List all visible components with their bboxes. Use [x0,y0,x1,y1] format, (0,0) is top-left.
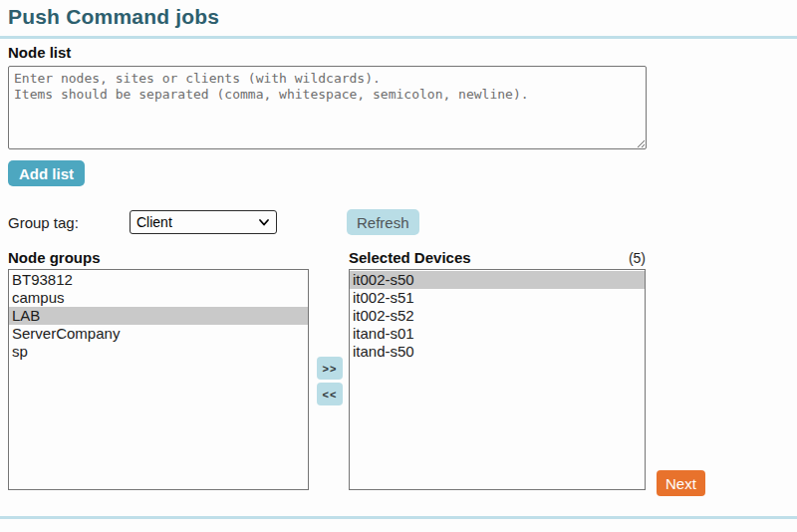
selected-devices-listbox[interactable]: it002-s50it002-s51it002-s52itand-s01itan… [349,269,646,490]
group-tag-label: Group tag: [8,214,79,231]
chevron-down-icon [258,216,270,228]
selected-devices-header: Selected Devices (5) [349,249,646,266]
node-groups-label: Node groups [8,249,101,266]
list-item[interactable]: BT93812 [9,271,308,289]
list-item[interactable]: ServerCompany [9,325,308,343]
selected-devices-label: Selected Devices [349,249,471,266]
list-item[interactable]: it002-s51 [350,289,645,307]
next-button[interactable]: Next [657,470,705,496]
list-item[interactable]: itand-s01 [350,325,645,343]
node-list-input[interactable] [8,66,647,149]
refresh-button[interactable]: Refresh [347,209,419,235]
page-title: Push Command jobs [8,5,219,29]
node-list-label: Node list [8,44,71,61]
list-item[interactable]: itand-s50 [350,343,645,361]
bottom-divider [0,516,797,519]
top-divider [0,36,797,39]
group-tag-select[interactable]: Client [130,210,277,234]
list-item[interactable]: campus [9,289,308,307]
move-left-button[interactable]: << [317,383,343,405]
list-item[interactable]: it002-s52 [350,307,645,325]
add-list-button[interactable]: Add list [8,160,85,186]
list-item[interactable]: LAB [9,307,308,325]
move-right-button[interactable]: >> [317,357,343,380]
node-groups-listbox[interactable]: BT93812campusLABServerCompanysp [8,269,309,490]
list-item[interactable]: it002-s50 [350,271,645,289]
selected-devices-count: (5) [629,250,646,266]
group-tag-selected-value: Client [136,214,258,230]
list-item[interactable]: sp [9,343,308,361]
